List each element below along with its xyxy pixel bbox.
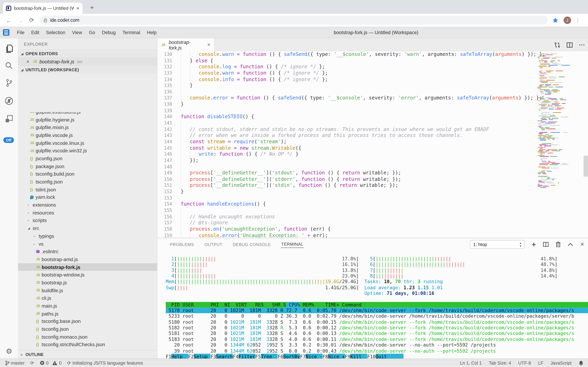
tree-item-bootstrap-fork.js[interactable]: JSbootstrap-fork.js [18,263,157,271]
explorer-icon[interactable] [0,41,18,56]
tree-item-vs[interactable]: ▹vs [18,240,157,248]
tree-item-scripts[interactable]: ▹scripts [18,217,157,224]
tab-close-icon[interactable]: ✕ [76,6,79,11]
tree-item-bootstrap-window.js[interactable]: JSbootstrap-window.js [18,271,157,279]
maximize-panel-icon[interactable] [568,243,573,246]
encoding[interactable]: UTF-8 [518,360,531,366]
tree-item-resources[interactable]: ▹resources [18,209,157,217]
code-line-134: 134console.info = function () { /* ignor… [157,76,588,83]
new-tab-button[interactable]: + [90,4,94,12]
avatar[interactable]: J [563,17,571,24]
bookmark-star-icon[interactable] [552,17,558,23]
tab-problems[interactable]: PROBLEMS [169,241,194,248]
tree-item-extensions[interactable]: ▹extensions [18,201,157,209]
code-editor[interactable]: 130console.warn = function () { safeSend… [157,51,588,238]
tree-item-gulpfile.vscode.win32.js[interactable]: JSgulpfile.vscode.win32.js [18,147,157,155]
menu-debug[interactable]: Debug [99,30,119,35]
tree-item-typings[interactable]: ▹typings [18,232,157,240]
tree-item-gulpfile.vscode.linux.js[interactable]: JSgulpfile.vscode.linux.js [18,139,157,147]
editor-scrollbar[interactable] [583,156,588,177]
tree-item-tsconfig.base.json[interactable]: {}tsconfig.base.json [18,318,157,325]
outline-section[interactable]: ▹ OUTLINE [18,350,157,359]
forward-icon[interactable]: → [18,17,23,23]
git-branch-item[interactable]: master [5,360,25,366]
extensions-icon[interactable] [0,111,18,126]
eol[interactable]: LF [538,360,543,366]
tree-item-src[interactable]: ◢src [18,225,157,232]
open-editors-header[interactable]: ◢ OPEN EDITORS [18,50,157,58]
json-file-icon: {} [36,327,42,331]
tree-item-gulpfile.hygiene.js[interactable]: JSgulpfile.hygiene.js [18,116,157,124]
menu-help[interactable]: Help [144,30,160,35]
close-panel-icon[interactable]: ✕ [580,242,584,247]
kill-terminal-icon[interactable] [556,242,561,247]
more-actions-icon[interactable]: ··· [579,42,585,48]
tree-item-test[interactable]: ▹test [18,349,157,350]
close-icon[interactable]: ✕ [26,59,33,64]
chevron-down-icon: ◢ [21,68,25,71]
off-badge[interactable]: Off [3,137,14,143]
menu-file[interactable]: File [14,30,28,35]
workspace-header[interactable]: ◢ UNTITLED (WORKSPACE) [18,66,157,74]
tab-size[interactable]: Tab Size: 4 [489,360,511,366]
language-mode[interactable]: JavaScript [551,360,571,366]
browser-menu-icon[interactable]: ⋮ [575,17,580,23]
source-control-icon[interactable] [0,75,18,91]
editor-tab-bootstrap-fork[interactable]: JS bootstrap-fork.js ✕ [157,38,215,51]
tree-item-tsconfig.json[interactable]: {}tsconfig.json [18,178,157,186]
tree-item-tsconfig.build.json[interactable]: {}tsconfig.build.json [18,170,157,178]
tree-item-bootstrap-amd.js[interactable]: JSbootstrap-amd.js [18,255,157,263]
tree-item-gulpfile.vscode.js[interactable]: JSgulpfile.vscode.js [18,131,157,139]
tab-output[interactable]: OUTPUT [204,241,223,248]
terminal-select[interactable]: 1: htop ▲▼ [470,240,525,249]
tree-item-yarn.lock[interactable]: yarn.lock [18,193,157,201]
tree-item-gulpfile.mixin.js[interactable]: JSgulpfile.mixin.js [18,124,157,131]
browser-tab[interactable]: bootstrap-fork.js — Untitled (W ✕ [3,3,83,14]
menu-selection[interactable]: Selection [43,30,69,35]
cursor-position[interactable]: Ln 1, Col 1 [460,360,481,366]
tree-item-tslint.json[interactable]: {}tslint.json [18,186,157,193]
tree-item-cli.js[interactable]: JScli.js [18,294,157,302]
tree-item-label: resources [33,210,54,216]
tree-item-jsconfig.json[interactable]: {}jsconfig.json [18,155,157,162]
tree-item-paths.js[interactable]: JSpaths.js [18,310,157,317]
tree-item-buildfile.js[interactable]: JSbuildfile.js [18,286,157,294]
tree-item-gulpfile.extensions.js[interactable]: JSgulpfile.extensions.js [18,112,157,116]
tree-item-package.json[interactable]: {}package.json [18,162,157,170]
notifications-bell-icon[interactable] [579,360,583,366]
tree-item-tsconfig.monaco.json[interactable]: {}tsconfig.monaco.json [18,333,157,341]
tree-item-.eslintrc[interactable]: .eslintrc [18,248,157,255]
line-number: 131 [157,58,172,64]
address-bar[interactable]: ide.coder.com [39,16,548,25]
menu-terminal[interactable]: Terminal [119,30,144,35]
search-icon[interactable] [0,58,18,73]
js-file-icon: JS [36,289,42,292]
tree-item-tsconfig.json[interactable]: {}tsconfig.json [18,325,157,333]
split-editor-icon[interactable] [567,42,573,47]
tab-terminal[interactable]: TERMINAL [281,241,304,248]
terminal-output[interactable]: 1[||||||||||||||17.8%] 5[|||||||||||||||… [157,250,588,359]
back-icon[interactable]: ← [6,17,12,23]
debug-disabled-icon[interactable] [0,93,18,108]
tree-item-main.js[interactable]: JSmain.js [18,302,157,310]
tree-item-bootstrap.js[interactable]: JSbootstrap.js [18,279,157,286]
sync-icon[interactable]: ⟳ [30,360,34,366]
split-terminal-icon[interactable] [543,242,549,247]
menu-go[interactable]: Go [85,30,98,35]
editor-tab-close-icon[interactable]: ✕ [207,43,210,47]
language-status-item[interactable]: ⟳ Initializing JS/TS language features [67,360,143,366]
tree-item-tsconfig.strictNullChecks.json[interactable]: {}tsconfig.strictNullChecks.json [18,341,157,349]
menu-bar: File Edit Selection View Go Debug Termin… [0,27,588,38]
new-terminal-icon[interactable]: + [532,240,536,249]
line-number: 149 [157,170,172,176]
settings-gear-icon[interactable]: ⚙ [0,347,18,356]
open-editor-item[interactable]: ✕ JS bootstrap-fork.js src [18,58,157,66]
menu-edit[interactable]: Edit [28,30,43,35]
tab-debug-console[interactable]: DEBUG CONSOLE [232,241,271,248]
line-number: 158 [157,226,172,233]
minimap[interactable] [537,51,584,238]
problems-item[interactable]: 0 0 [40,360,62,366]
open-changes-icon[interactable] [554,42,560,48]
menu-view[interactable]: View [69,30,85,35]
reload-icon[interactable]: ⟳ [29,17,34,24]
